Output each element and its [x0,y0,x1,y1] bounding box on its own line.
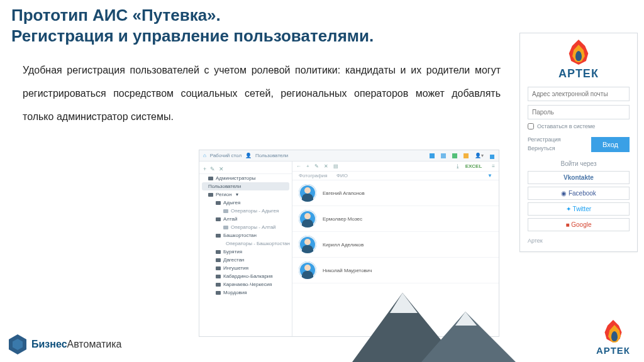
social-fb[interactable]: ◉ Facebook [528,187,630,200]
breadcrumb-users[interactable]: Пользователи [255,153,288,158]
topicon-1[interactable] [430,153,435,158]
tree-item[interactable]: Башкортостан [199,231,292,239]
hex-icon [9,334,26,354]
main-filter-icon[interactable]: ▤ [333,163,338,169]
ba-logo: БизнесАвтоматика [9,334,121,354]
mountain-graphic [352,287,553,362]
main-menu-icon[interactable]: ≡ [492,163,495,169]
tree-item[interactable]: Операторы - Адыгея [199,207,292,215]
ba-rest: Автоматика [67,339,122,349]
remember-input[interactable] [528,123,534,129]
tree-item[interactable]: Ингушетия [199,264,292,272]
tree-admins[interactable]: Администраторы [199,174,292,182]
user-row[interactable]: Евгений Агапонов [292,180,499,206]
slide-title: Прототип АИС «Путевка». Регистрация и уп… [11,5,374,46]
user-row[interactable]: Николай Мауретович [292,258,499,283]
user-row[interactable]: Ермолаер Мозес [292,206,499,232]
user-row[interactable]: Кирилл Аделиков [292,232,499,258]
filter-icon[interactable]: ▼ [487,173,492,178]
main-add-icon[interactable]: + [306,163,309,169]
tree-item[interactable]: Адыгея [199,199,292,207]
col-fio: ФИО [336,173,348,178]
bottom-logo: АРТЕК [596,320,630,356]
breadcrumb-home[interactable]: Рабочий стол [210,153,242,158]
remember-checkbox[interactable]: Оставаться в системе [528,123,630,129]
tree-item[interactable]: Операторы - Алтай [199,223,292,231]
title-line1: Прототип АИС «Путевка». [11,5,374,26]
tree-item[interactable]: Бурятия [199,248,292,256]
title-line2: Регистрация и управление пользователями. [11,26,374,47]
login-footer: Артек [528,238,630,244]
flame-icon [604,320,623,343]
social-gg[interactable]: ■ Google [528,218,630,231]
social-title: Войти через [528,160,630,167]
main-export-icon[interactable]: ⭳ [455,163,460,169]
tree-panel: +✎✕ Администраторы Пользователи Регион ▾… [199,162,292,336]
user-name: Кирилл Аделиков [323,242,364,248]
flame-icon [568,40,589,65]
register-link[interactable]: Регистрация [528,136,561,145]
brand-name: АРТЕК [558,67,599,80]
tree-edit-icon[interactable]: ✎ [210,166,215,172]
avatar [299,210,316,228]
tree-region[interactable]: Регион ▾ [199,190,292,199]
user-name: Николай Мауретович [323,268,372,273]
excel-button[interactable]: EXCEL [465,163,482,169]
brand-name: АРТЕК [596,345,630,356]
password-field[interactable] [528,105,630,119]
user-name: Евгений Агапонов [323,190,365,196]
login-panel: АРТЕК Оставаться в системе Регистрация В… [519,33,638,252]
user-name: Ермолаер Мозес [323,216,362,222]
social-tw[interactable]: ✦ Twitter [528,202,630,216]
col-photo: Фотография [299,173,336,178]
tree-item[interactable]: Дагестан [199,256,292,264]
apps-icon[interactable] [490,155,492,157]
tree-item[interactable]: Карачаево-Черкесия [199,280,292,288]
tree-users[interactable]: Пользователи [202,182,289,190]
topicon-3[interactable] [452,153,457,158]
avatar [299,261,316,279]
email-field[interactable] [528,87,630,101]
tree-item[interactable]: Операторы - Башкортостан [199,239,292,248]
slide-body: Удобная регистрация пользователей с учет… [23,59,501,128]
main-back-icon[interactable]: ← [296,163,301,169]
ba-bold: Бизнес [31,339,67,349]
avatar-icon[interactable]: 👤▾ [475,153,484,158]
login-button[interactable]: Вход [591,137,630,152]
tree-add-icon[interactable]: + [203,166,206,172]
tree-item[interactable]: Кабардино-Балкария [199,272,292,280]
user-icon: 👤 [245,153,252,158]
tree-item[interactable]: Алтай [199,215,292,223]
avatar [299,236,316,253]
tree-del-icon[interactable]: ✕ [219,166,224,172]
main-del-icon[interactable]: ✕ [324,163,328,169]
topicon-4[interactable] [464,153,469,158]
home-icon[interactable]: ⌂ [203,153,206,158]
main-edit-icon[interactable]: ✎ [314,163,319,169]
tree-item[interactable]: Мордовия [199,288,292,297]
social-vk[interactable]: Vkontakte [528,171,630,184]
avatar [299,184,316,202]
back-link[interactable]: Вернуться [528,145,561,153]
topicon-2[interactable] [441,153,446,158]
